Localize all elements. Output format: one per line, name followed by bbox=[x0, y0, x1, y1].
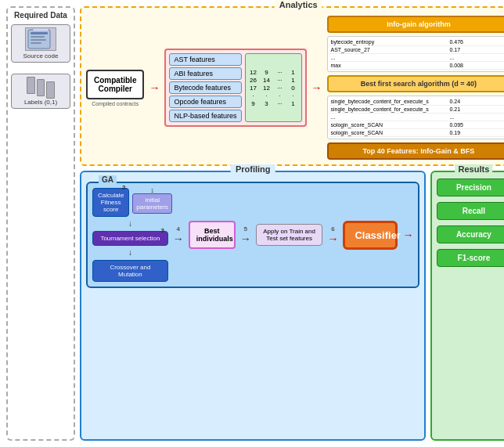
matrix-row-1: 12 9 ··· 1 bbox=[248, 69, 299, 76]
svg-rect-1 bbox=[31, 32, 48, 34]
feature-nlp: NLP-based features bbox=[169, 110, 241, 122]
result-f1score: F1-score bbox=[437, 249, 504, 267]
initial-number: 1 bbox=[151, 188, 154, 193]
ga-step-tournament: 3 Tournament selection bbox=[92, 231, 168, 246]
result-accuracy: Accuracy bbox=[437, 225, 504, 243]
labels-label: Labels (0,1) bbox=[14, 99, 67, 106]
apply-box: Apply on Train and Test set features bbox=[256, 224, 323, 246]
matrix-row-2: 26 14 ··· 1 bbox=[248, 77, 299, 84]
algo-section: Info-gain algorithm bytecode_entropy 0.4… bbox=[327, 16, 505, 160]
svg-rect-3 bbox=[31, 39, 46, 41]
step4-number: 4 bbox=[177, 225, 180, 233]
results-mini-table1: bytecode_entropy 0.476 AST_source_27 0.1… bbox=[327, 36, 505, 72]
ga-section: GA 2 Calculate Fitness score 1 Initi bbox=[86, 182, 419, 288]
best-individuals-box: Best individuals bbox=[189, 221, 236, 249]
svg-rect-2 bbox=[31, 36, 45, 38]
bottom-row: Profiling GA 2 Calculate Fitness score 1 bbox=[80, 171, 504, 441]
compile-label: Compiled contracts bbox=[92, 101, 139, 106]
features-section: AST features ABI features Bytecode featu… bbox=[164, 49, 306, 127]
labels-box: Labels (0,1) bbox=[11, 74, 70, 109]
feature-opcode: Opcode features bbox=[169, 96, 241, 108]
source-code-label: Source code bbox=[14, 52, 67, 59]
arrow-4-area: 4 → bbox=[173, 225, 184, 245]
compiler-title: Compatible bbox=[94, 76, 136, 85]
profiling-title: Profiling bbox=[231, 164, 275, 174]
profiling-section: Profiling GA 2 Calculate Fitness score 1 bbox=[80, 171, 426, 441]
matrix-row-5: 9 3 ··· 1 bbox=[248, 100, 299, 107]
required-data-panel: Required Data Source code bbox=[6, 6, 75, 441]
results-mini-table2: single_bytecode_content_for_execute_s 0.… bbox=[327, 96, 505, 139]
source-code-box: Source code bbox=[11, 24, 70, 63]
ga-step1-row: 2 Calculate Fitness score 1 Initial para… bbox=[92, 188, 168, 217]
ga-flow: 2 Calculate Fitness score 1 Initial para… bbox=[92, 188, 168, 282]
ga-step-crossover: Crossover and Mutation bbox=[92, 260, 168, 282]
arrow-6-area: 6 → bbox=[327, 225, 338, 245]
required-data-title: Required Data bbox=[11, 11, 70, 20]
analytics-section: Analytics Compatible Compiler Compiled c… bbox=[80, 6, 504, 166]
matrix-row-4: · · · · bbox=[248, 92, 299, 99]
classifier-box: Classifier bbox=[343, 221, 398, 250]
initial-params-area: 1 Initial parameters bbox=[132, 188, 171, 214]
arrow-2-3: ↓ bbox=[92, 249, 168, 257]
analytics-title: Analytics bbox=[275, 0, 322, 9]
features-list: AST features ABI features Bytecode featu… bbox=[169, 53, 241, 122]
analytics-inner: Compatible Compiler Compiled contracts →… bbox=[86, 16, 504, 160]
compiler-subtitle: Compiler bbox=[94, 85, 136, 93]
results-title: Results bbox=[455, 164, 493, 174]
result-precision: Precision bbox=[437, 178, 504, 196]
feature-matrix: 12 9 ··· 1 26 14 ··· 1 17 bbox=[245, 53, 302, 122]
labels-icon bbox=[27, 77, 55, 97]
arrow-1-2: ↓ bbox=[92, 220, 168, 228]
source-code-icon bbox=[25, 27, 56, 51]
arrow-features-algo: → bbox=[311, 81, 322, 94]
algo-infogain: Info-gain algorithm bbox=[327, 16, 505, 33]
arrow-compiler-features: → bbox=[149, 81, 160, 94]
svg-rect-5 bbox=[33, 28, 49, 31]
ga-title: GA bbox=[99, 175, 117, 184]
ga-step-fitness: 2 Calculate Fitness score bbox=[92, 188, 129, 217]
compiler-area: Compatible Compiler Compiled contracts bbox=[86, 70, 144, 106]
arrow-5-area: 5 → bbox=[240, 225, 251, 245]
compiler-box: Compatible Compiler bbox=[86, 70, 144, 99]
feature-bytecode: Bytecode features bbox=[169, 81, 241, 94]
svg-rect-4 bbox=[31, 42, 41, 44]
step6-number: 6 bbox=[331, 225, 334, 233]
feature-abi: ABI features bbox=[169, 67, 241, 80]
algo-top40: Top 40 Features: Info-Gain & BFS bbox=[327, 142, 505, 160]
result-recall: Recall bbox=[437, 202, 504, 220]
results-section: Results Precision Recall Accuracy F1-sco… bbox=[430, 171, 504, 441]
right-panel: Analytics Compatible Compiler Compiled c… bbox=[80, 6, 504, 441]
initial-params-box: Initial parameters bbox=[132, 193, 171, 214]
step5-number: 5 bbox=[244, 225, 247, 233]
arrow-classifier-results: → bbox=[402, 229, 413, 241]
feature-ast: AST features bbox=[169, 53, 241, 66]
matrix-row-3: 17 12 ··· 0 bbox=[248, 85, 299, 92]
algo-bfs: Best first search algorithm (d = 40) bbox=[327, 75, 505, 92]
